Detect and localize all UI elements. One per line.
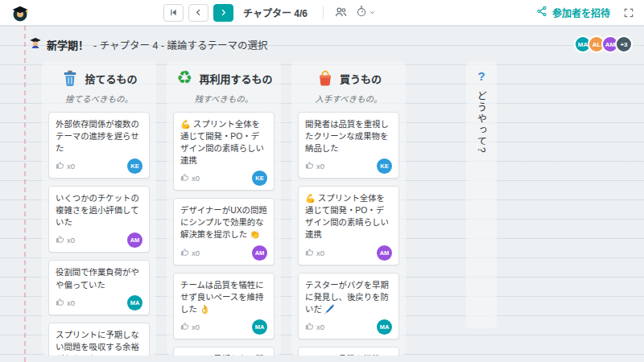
card-footer: x0KE (180, 171, 267, 186)
retro-card[interactable]: いくつかのチケットの複雑さを過小評価していたx0AM (48, 186, 150, 253)
trash-icon (60, 68, 80, 88)
participant-avatars: MAALAM+3 (578, 35, 633, 53)
column-header: 買うもの (298, 68, 399, 88)
vote-button[interactable]: x0 (305, 248, 324, 258)
column-header: ♻再利用するもの (173, 68, 275, 88)
vote-count: x0 (316, 249, 324, 257)
vote-button[interactable]: x0 (56, 298, 75, 308)
thumbs-up-icon (56, 298, 64, 308)
session-title: 新学期！ (47, 37, 89, 52)
retro-card[interactable]: チームは品質を犠牲にせず良いペースを維持した 👌x0MA (173, 273, 275, 339)
chapter-navigation: チャプター 4/6 (163, 3, 378, 22)
vote-count: x0 (67, 298, 75, 307)
author-avatar: AM (377, 245, 392, 261)
skip-to-start-button[interactable] (163, 4, 184, 22)
card-footer: x0AM (56, 232, 142, 248)
card-list: 開発者は品質を重視したクリーンな成果物を納品したx0KE💪 スプリント全体を通じ… (298, 112, 399, 356)
previous-chapter-button[interactable] (188, 4, 208, 22)
app-logo-icon[interactable] (10, 2, 30, 23)
participants-icon (334, 6, 348, 20)
card-footer: x0KE (56, 158, 142, 174)
card-list: 外部依存関係が複数のテーマの進捗を遅らせたx0KEいくつかのチケットの複雑さを過… (48, 112, 150, 356)
session-header: 新学期！ - チャプター 4 - 議論するテーマの選択 MAALAM+3 (0, 26, 644, 56)
card-footer: x0MA (305, 319, 392, 335)
chapter-subtitle: - チャプター 4 - 議論するテーマの選択 (93, 37, 268, 52)
retro-card[interactable]: 💪 スプリント全体を通じて開発・PO・デザイン間の素晴らしい連携x0KE (173, 112, 275, 191)
vote-button[interactable]: x0 (180, 173, 200, 183)
card-text: いくつかのチケットの複雑さを過小評価していた (56, 192, 142, 228)
vote-count: x0 (192, 323, 200, 331)
author-avatar: MA (127, 295, 142, 311)
board-columns: 捨てるもの捨てるべきもの。外部依存関係が複数のテーマの進捗を遅らせたx0KEいく… (0, 56, 644, 356)
column-subtitle: 残すべきもの。 (173, 93, 275, 105)
retro-card[interactable]: チームは品質を犠牲にせず良いペースを維持した 👌x0EL (298, 347, 399, 356)
collapsed-column-title: どうやって? (475, 91, 489, 154)
retro-card[interactable]: スプリントに予期しない問題を吸収する余裕がなかったx0EL (48, 323, 150, 356)
board-column: ♻再利用するもの残すべきもの。💪 スプリント全体を通じて開発・PO・デザイン間の… (167, 61, 281, 356)
vote-count: x0 (192, 249, 200, 257)
author-avatar: KE (252, 171, 267, 186)
card-text: 役割間で作業負荷がやや偏っていた (56, 266, 142, 290)
vote-count: x0 (316, 323, 324, 331)
author-avatar: KE (127, 158, 142, 174)
author-avatar: MA (252, 319, 267, 335)
retro-board: 新学期！ - チャプター 4 - 議論するテーマの選択 MAALAM+3 捨てる… (0, 26, 644, 362)
invite-participants-label: 参加者を招待 (552, 6, 610, 19)
card-text: チームは品質を犠牲にせず良いペースを維持した 👌 (305, 353, 392, 356)
retro-card[interactable]: 役割間で作業負荷がやや偏っていたx0MA (48, 260, 150, 315)
retro-card[interactable]: 💪 スプリント全体を通じて開発・PO・デザイン間の素晴らしい連携x0AM (298, 186, 399, 265)
retro-card[interactable]: チームは予期しない問題に対して非常に迅速に対応したx0EL (173, 347, 275, 356)
thumbs-up-icon (180, 173, 189, 183)
chapter-indicator: チャプター 4/6 (243, 6, 308, 19)
card-footer: x0KE (305, 158, 392, 174)
vote-button[interactable]: x0 (56, 235, 75, 245)
board-column: 買うもの入手すべきもの。開発者は品質を重視したクリーンな成果物を納品したx0KE… (291, 61, 406, 356)
thumbs-up-icon (56, 235, 64, 245)
card-text: 開発者は品質を重視したクリーンな成果物を納品した (305, 118, 392, 154)
vote-button[interactable]: x0 (56, 161, 75, 171)
thumbs-up-icon (180, 322, 189, 332)
card-text: チームは品質を犠牲にせず良いペースを維持した 👌 (180, 279, 267, 315)
thumbs-up-icon (305, 248, 314, 258)
vote-button[interactable]: x0 (180, 248, 200, 258)
card-text: デザイナーがUXの問題にシンプルで効果的な解決策を提示した 👏 (180, 204, 267, 241)
recycle-icon: ♻ (175, 68, 194, 88)
card-text: 💪 スプリント全体を通じて開発・PO・デザイン間の素晴らしい連携 (305, 192, 392, 241)
retro-card[interactable]: 開発者は品質を重視したクリーンな成果物を納品したx0KE (298, 112, 399, 179)
participants-button[interactable] (332, 4, 349, 22)
board-column: 捨てるもの捨てるべきもの。外部依存関係が複数のテーマの進捗を遅らせたx0KEいく… (42, 61, 156, 356)
retro-card[interactable]: デザイナーがUXの問題にシンプルで効果的な解決策を提示した 👏x0AM (173, 198, 275, 265)
vote-count: x0 (316, 162, 324, 171)
column-title: 再利用するもの (199, 71, 272, 86)
invite-participants-button[interactable]: 参加者を招待 (536, 6, 610, 19)
thumbs-up-icon (180, 248, 189, 258)
fullscreen-button[interactable] (621, 6, 636, 20)
top-toolbar: チャプター 4/6 参加者を招待 (0, 0, 644, 26)
card-footer: x0AM (305, 245, 392, 261)
vote-button[interactable]: x0 (305, 322, 324, 332)
collapsed-column-how[interactable]: ? どうやって? (466, 61, 497, 328)
card-text: 外部依存関係が複数のテーマの進捗を遅らせた (56, 118, 142, 154)
share-icon (536, 6, 547, 19)
retro-card[interactable]: テスターがバグを早期に発見し、後戻りを防いだ 🖊️x0MA (298, 273, 399, 339)
thumbs-up-icon (305, 322, 314, 332)
retro-card[interactable]: 外部依存関係が複数のテーマの進捗を遅らせたx0KE (48, 112, 150, 179)
author-avatar: AM (252, 245, 267, 261)
toolbar-right-group: 参加者を招待 (536, 6, 636, 20)
chevron-down-icon (369, 6, 376, 19)
card-footer: x0MA (56, 295, 142, 311)
card-footer: x0MA (180, 319, 267, 335)
participant-avatar[interactable]: +3 (615, 35, 633, 53)
timer-icon (356, 5, 367, 20)
vote-count: x0 (192, 174, 200, 183)
card-text: テスターがバグを早期に発見し、後戻りを防いだ 🖊️ (305, 279, 392, 315)
question-mark-icon: ? (477, 69, 485, 83)
vote-button[interactable]: x0 (305, 161, 324, 171)
bag-icon (316, 68, 335, 88)
next-chapter-button[interactable] (213, 4, 233, 22)
vote-button[interactable]: x0 (180, 322, 200, 332)
timer-button[interactable] (354, 3, 378, 22)
student-icon (29, 36, 42, 52)
column-header: 捨てるもの (48, 68, 150, 88)
column-subtitle: 捨てるべきもの。 (48, 93, 150, 105)
